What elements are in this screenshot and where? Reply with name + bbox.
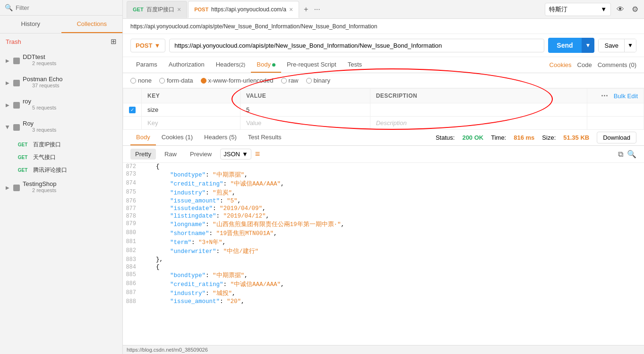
collection-name: Postman Echo	[23, 76, 63, 83]
collection-roy-header[interactable]: ▶ Roy 3 requests	[0, 116, 122, 138]
collection-roy-lower-header[interactable]: ▶ roy 5 requests	[0, 94, 122, 116]
download-button[interactable]: Download	[597, 132, 636, 143]
chevron-down-icon: ▼	[601, 6, 607, 13]
body-active-dot	[272, 63, 275, 67]
trash-row[interactable]: Trash ⊞	[0, 34, 122, 50]
code-response-area[interactable]: 872 {873 "bondtype": "中期票据",874 "credit_…	[123, 163, 644, 345]
method-selector[interactable]: POST ▼	[130, 39, 165, 52]
save-dropdown-button[interactable]: ▼	[624, 39, 636, 52]
expand-arrow: ▶	[6, 102, 9, 108]
wrap-lines-icon[interactable]: ≡	[255, 149, 260, 159]
tab-post-active[interactable]: POST https://api.yonyoucloud.com/a ×	[188, 1, 299, 18]
tab-bar-actions: + ···	[302, 4, 322, 15]
req-tab-prerequest[interactable]: Pre-request Script	[281, 57, 342, 73]
body-opt-binary[interactable]: binary	[306, 77, 330, 84]
fmt-preview-button[interactable]: Preview	[185, 149, 216, 160]
trash-label: Trash	[6, 38, 21, 45]
expand-arrow: ▶	[5, 126, 10, 129]
req-tab-auth[interactable]: Authorization	[163, 57, 210, 73]
status-value: 200 OK	[462, 134, 483, 141]
environment-select[interactable]: 特斯汀 ▼	[545, 3, 611, 16]
code-line: 887 "industry": "城投",	[123, 289, 644, 298]
value-cell[interactable]: 5	[240, 103, 370, 117]
desc-placeholder[interactable]: Description	[370, 117, 587, 130]
code-line: 876 "issue_amount": "5",	[123, 197, 644, 205]
full-url-display: https://api.yonyoucloud.com/apis/pte/New…	[130, 23, 377, 30]
sub-item-label: 腾讯评论接口	[33, 166, 67, 174]
more-dots-icon[interactable]: ···	[601, 92, 608, 100]
body-opt-formdata[interactable]: form-data	[159, 77, 193, 84]
code-line: 888 "issue_amount": "20",	[123, 298, 644, 305]
tab-method-label: POST	[194, 7, 208, 12]
method-label: POST	[136, 42, 152, 49]
sidebar-item-baidu-ip[interactable]: GET 百度IP接口	[0, 138, 122, 151]
collection-testingshop: ▶ TestingShop 2 requests	[0, 177, 122, 199]
code-line: 882 "underwriter": "中信/建行"	[123, 247, 644, 256]
body-opt-urlencoded[interactable]: x-www-form-urlencoded	[201, 77, 274, 84]
description-cell[interactable]	[370, 103, 587, 117]
format-selector[interactable]: JSON ▼	[220, 149, 251, 160]
fmt-raw-button[interactable]: Raw	[160, 149, 181, 160]
collection-postman-echo-header[interactable]: ▶ Postman Echo 37 requests	[0, 72, 122, 94]
radio-formdata	[159, 78, 165, 84]
bulk-edit-button[interactable]: Bulk Edit	[614, 93, 638, 100]
code-line: 884 {	[123, 263, 644, 271]
radio-raw	[281, 78, 287, 84]
code-line: 874 "credit_rating": "中诚信AAA/AAA",	[123, 179, 644, 188]
more-tabs-button[interactable]: ···	[312, 4, 322, 15]
tab-get-baidu[interactable]: GET 百度IP接口 ×	[127, 1, 187, 18]
tab-close-btn[interactable]: ×	[289, 6, 293, 13]
response-actions: ⧉ 🔍	[618, 150, 636, 159]
tab-label: https://api.yonyoucloud.com/a	[211, 6, 286, 13]
key-cell[interactable]: size	[142, 103, 240, 117]
sidebar-item-weather[interactable]: GET 天气接口	[0, 151, 122, 164]
comments-link[interactable]: Comments (0)	[598, 61, 636, 68]
collection-testingshop-header[interactable]: ▶ TestingShop 2 requests	[0, 177, 122, 199]
code-link[interactable]: Code	[577, 61, 592, 68]
new-tab-button[interactable]: +	[302, 4, 310, 15]
request-tabs: Params Authorization Headers(2) Body Pre…	[123, 57, 644, 73]
collection-name: roy	[23, 98, 56, 105]
th-description: DESCRIPTION	[370, 89, 587, 103]
req-tab-tests[interactable]: Tests	[342, 57, 368, 73]
resp-tab-body[interactable]: Body	[130, 130, 156, 145]
sidebar-tabs: History Collections	[0, 16, 122, 34]
resp-tab-headers[interactable]: Headers (5)	[198, 130, 242, 145]
tab-collections[interactable]: Collections	[61, 16, 123, 33]
copy-icon-button[interactable]: ⧉	[618, 150, 623, 159]
filter-input[interactable]	[16, 4, 118, 11]
send-dropdown-button[interactable]: ▼	[582, 38, 595, 53]
save-button[interactable]: Save	[599, 39, 624, 52]
resp-tab-cookies[interactable]: Cookies (1)	[156, 130, 198, 145]
req-tab-params[interactable]: Params	[130, 57, 163, 73]
folder-icon	[13, 124, 20, 131]
th-actions: ··· Bulk Edit	[587, 89, 644, 103]
sidebar-item-tencent[interactable]: GET 腾讯评论接口	[0, 164, 122, 177]
search-icon-button[interactable]: 🔍	[627, 150, 636, 159]
send-button[interactable]: Send	[548, 38, 581, 53]
tab-method-label: GET	[133, 7, 144, 12]
eye-icon-button[interactable]: 👁	[615, 3, 626, 16]
req-tab-headers[interactable]: Headers(2)	[210, 57, 251, 73]
url-input[interactable]	[169, 39, 544, 52]
body-opt-raw[interactable]: raw	[281, 77, 299, 84]
table-row-placeholder: Key Value Description	[123, 117, 644, 130]
cookies-link[interactable]: Cookies	[550, 61, 572, 68]
code-line: 885 "bondtype": "中期票据",	[123, 271, 644, 280]
collection-ddttest-header[interactable]: ▶ DDTtest 2 requests	[0, 50, 122, 72]
body-opt-none[interactable]: none	[130, 77, 152, 84]
request-bar: POST ▼ Send ▼ Save ▼	[123, 34, 644, 57]
key-placeholder[interactable]: Key	[142, 117, 240, 130]
req-tab-body[interactable]: Body	[251, 57, 281, 73]
new-collection-icon[interactable]: ⊞	[111, 37, 117, 46]
tab-close-btn[interactable]: ×	[177, 6, 181, 13]
value-placeholder[interactable]: Value	[240, 117, 370, 130]
req-tab-right-links: Cookies Code Comments (0)	[550, 61, 636, 68]
row-checkbox-cell[interactable]: ✓	[123, 103, 142, 117]
tab-history[interactable]: History	[0, 16, 61, 33]
fmt-pretty-button[interactable]: Pretty	[130, 149, 156, 160]
resp-tab-test-results[interactable]: Test Results	[242, 130, 287, 145]
row-checkbox-cell-empty	[123, 117, 142, 130]
settings-icon-button[interactable]: ⚙	[630, 3, 640, 16]
sub-item-label: 天气接口	[33, 153, 56, 161]
